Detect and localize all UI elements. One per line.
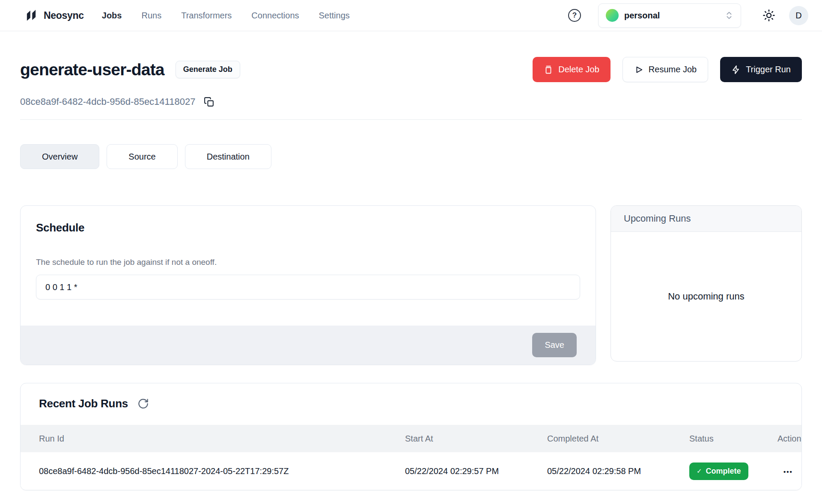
copy-icon[interactable] <box>204 97 214 107</box>
brand-name: Neosync <box>44 10 84 21</box>
status-label: Complete <box>706 467 741 476</box>
schedule-description: The schedule to run the job against if n… <box>36 258 580 267</box>
title-group: generate-user-data Generate Job <box>20 60 240 79</box>
upcoming-runs-card: Upcoming Runs No upcoming runs <box>611 205 802 362</box>
trash-icon <box>544 65 553 74</box>
account-name: personal <box>624 11 660 21</box>
user-avatar[interactable]: D <box>789 6 808 25</box>
main-content: generate-user-data Generate Job Delete J… <box>0 57 822 490</box>
neosync-job-page: Neosync Jobs Runs Transformers Connectio… <box>0 0 822 504</box>
header-actions: Delete Job Resume Job <box>533 57 802 82</box>
schedule-title: Schedule <box>36 221 580 234</box>
runs-table-header: Run Id Start At Completed At Status Acti… <box>21 425 801 452</box>
schedule-card-footer: Save <box>21 326 596 365</box>
upcoming-runs-title: Upcoming Runs <box>611 206 801 232</box>
upcoming-runs-body: No upcoming runs <box>611 232 801 361</box>
status-badge: ✓ Complete <box>689 462 748 480</box>
job-tabs: Overview Source Destination <box>20 144 802 169</box>
nav-item-connections[interactable]: Connections <box>251 11 299 21</box>
completed-at-cell: 05/22/2024 02:29:58 PM <box>529 466 671 476</box>
neosync-logo-icon <box>24 8 39 23</box>
theme-toggle-sun-icon[interactable] <box>762 9 775 22</box>
play-icon <box>634 65 643 74</box>
schedule-card-body: Schedule The schedule to run the job aga… <box>21 206 596 299</box>
start-at-cell: 05/22/2024 02:29:57 PM <box>387 466 529 476</box>
job-id-row: 08ce8a9f-6482-4dcb-956d-85ec14118027 <box>20 96 802 107</box>
column-completed-at: Completed At <box>529 434 671 444</box>
row-actions-menu-icon[interactable]: ••• <box>777 468 793 475</box>
cron-schedule-input[interactable] <box>36 275 580 299</box>
lightning-bolt-icon <box>731 65 741 74</box>
column-status: Status <box>671 434 759 444</box>
check-icon: ✓ <box>697 467 702 475</box>
page-title: generate-user-data <box>20 60 164 79</box>
recent-job-runs-card: Recent Job Runs Run Id Start At Complete… <box>20 383 802 490</box>
save-button[interactable]: Save <box>532 333 577 357</box>
schedule-card: Schedule The schedule to run the job aga… <box>20 205 596 365</box>
account-switcher[interactable]: personal <box>598 3 741 28</box>
tab-destination[interactable]: Destination <box>185 144 271 169</box>
status-cell: ✓ Complete <box>671 462 759 480</box>
overview-cards-row: Schedule The schedule to run the job aga… <box>20 205 802 365</box>
delete-job-button[interactable]: Delete Job <box>533 57 611 82</box>
no-upcoming-runs-message: No upcoming runs <box>668 291 745 302</box>
column-run-id: Run Id <box>21 434 387 444</box>
job-id: 08ce8a9f-6482-4dcb-956d-85ec14118027 <box>20 96 195 107</box>
nav-item-settings[interactable]: Settings <box>319 11 350 21</box>
nav-item-transformers[interactable]: Transformers <box>181 11 232 21</box>
account-avatar-icon <box>606 9 619 22</box>
job-type-badge: Generate Job <box>176 61 240 78</box>
help-icon[interactable]: ? <box>568 9 581 22</box>
primary-nav: Jobs Runs Transformers Connections Setti… <box>102 11 350 21</box>
run-id-cell: 08ce8a9f-6482-4dcb-956d-85ec14118027-202… <box>21 466 387 476</box>
resume-job-button[interactable]: Resume Job <box>622 57 708 82</box>
column-action: Action <box>759 434 801 444</box>
recent-runs-heading-row: Recent Job Runs <box>21 383 801 425</box>
refresh-icon[interactable] <box>137 398 149 409</box>
tab-source[interactable]: Source <box>107 144 177 169</box>
nav-item-jobs[interactable]: Jobs <box>102 11 122 21</box>
brand[interactable]: Neosync <box>24 8 84 23</box>
run-table-row[interactable]: 08ce8a9f-6482-4dcb-956d-85ec14118027-202… <box>21 452 801 490</box>
chevrons-up-down-icon <box>724 11 734 20</box>
column-start-at: Start At <box>387 434 529 444</box>
page-header: generate-user-data Generate Job Delete J… <box>20 57 802 82</box>
action-cell: ••• <box>759 466 801 476</box>
trigger-run-button[interactable]: Trigger Run <box>720 57 802 82</box>
recent-runs-title: Recent Job Runs <box>39 397 128 410</box>
top-navbar: Neosync Jobs Runs Transformers Connectio… <box>0 0 822 31</box>
nav-item-runs[interactable]: Runs <box>141 11 161 21</box>
header-divider <box>20 119 802 120</box>
tab-overview[interactable]: Overview <box>20 144 99 169</box>
